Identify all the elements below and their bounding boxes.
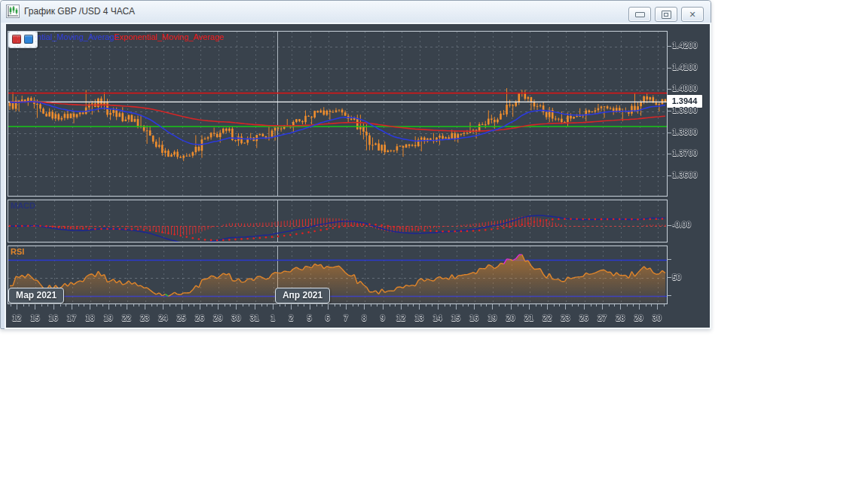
price-tick-label: 1.3800: [672, 127, 698, 136]
candlestick-chart-icon: [6, 5, 20, 18]
date-tick-label: 30: [653, 313, 662, 322]
chart-window: График GBP /USD 4 ЧАСА ✕ Exponential_Mov…: [0, 0, 711, 329]
minimize-icon: [635, 12, 645, 17]
date-tick-label: 20: [506, 313, 515, 322]
date-tick-label: 16: [469, 313, 478, 322]
date-tick-label: 26: [579, 313, 588, 322]
window-title: График GBP /USD 4 ЧАСА: [24, 6, 135, 17]
date-tick-ruler: [8, 304, 666, 313]
macd-panel[interactable]: [8, 200, 668, 242]
month-badge-mar: Мар 2021: [8, 288, 64, 303]
date-tick-label: 15: [30, 313, 39, 322]
date-tick-label: 19: [487, 313, 497, 322]
main-chart-canvas[interactable]: [8, 32, 667, 196]
date-tick-label: 27: [598, 313, 607, 322]
date-tick-label: 21: [524, 313, 533, 322]
price-tick-label: 1.4000: [672, 84, 698, 93]
macd-canvas[interactable]: [8, 200, 667, 242]
price-tick-label: 1.3700: [672, 148, 698, 157]
date-tick-label: 2: [289, 313, 293, 322]
minimize-button[interactable]: [628, 7, 651, 22]
macd-label: MACD: [11, 201, 35, 210]
date-tick-label: 22: [122, 313, 131, 322]
date-tick-label: 29: [213, 313, 222, 322]
price-tick-label: 1.4200: [672, 41, 698, 50]
rsi-panel[interactable]: [8, 246, 668, 304]
date-tick-label: 12: [12, 313, 21, 322]
date-tick-label: 23: [140, 313, 149, 322]
date-tick-label: 16: [49, 313, 58, 322]
date-tick-label: 31: [250, 313, 259, 322]
price-tick-label: 1.3600: [672, 170, 698, 179]
desktop: { "window": { "title": "График GBP /USD …: [0, 0, 868, 488]
date-tick-label: 24: [158, 313, 167, 322]
maximize-button[interactable]: [655, 7, 677, 22]
date-tick-label: 6: [326, 313, 330, 322]
date-tick-label: 14: [432, 313, 442, 322]
rsi-50-label: 50: [672, 273, 681, 282]
price-tick-label: 1.4100: [672, 63, 698, 72]
date-tick-label: 15: [451, 313, 460, 322]
macd-zero-label: -0.00: [672, 220, 691, 229]
date-tick-label: 1: [270, 313, 275, 322]
rsi-label: RSI: [11, 247, 24, 256]
date-tick-label: 28: [616, 313, 625, 322]
close-icon: ✕: [689, 11, 695, 19]
month-badge-apr: Апр 2021: [275, 288, 330, 303]
rsi-canvas[interactable]: [8, 246, 667, 303]
date-tick-label: 26: [195, 313, 204, 322]
date-tick-label: 29: [634, 313, 643, 322]
date-tick-label: 18: [85, 313, 94, 322]
date-tick-label: 30: [231, 313, 240, 322]
date-tick-label: 25: [177, 313, 186, 322]
date-tick-label: 9: [381, 313, 385, 322]
date-tick-label: 8: [362, 313, 366, 322]
date-tick-label: 17: [67, 313, 76, 322]
date-tick-label: 19: [103, 313, 112, 322]
close-button[interactable]: ✕: [681, 7, 704, 22]
date-tick-label: 13: [414, 313, 423, 322]
window-controls: ✕: [628, 7, 704, 22]
main-chart-panel[interactable]: [8, 31, 668, 197]
date-tick-label: 22: [542, 313, 552, 322]
title-bar[interactable]: График GBP /USD 4 ЧАСА ✕: [1, 1, 711, 23]
date-tick-label: 5: [307, 313, 312, 322]
date-tick-label: 7: [344, 313, 348, 322]
date-tick-label: 23: [561, 313, 570, 322]
price-tick-marks: [667, 31, 672, 303]
date-tick-label: 12: [396, 313, 405, 322]
price-tick-label: 1.3900: [672, 105, 698, 114]
maximize-icon: [662, 11, 671, 19]
